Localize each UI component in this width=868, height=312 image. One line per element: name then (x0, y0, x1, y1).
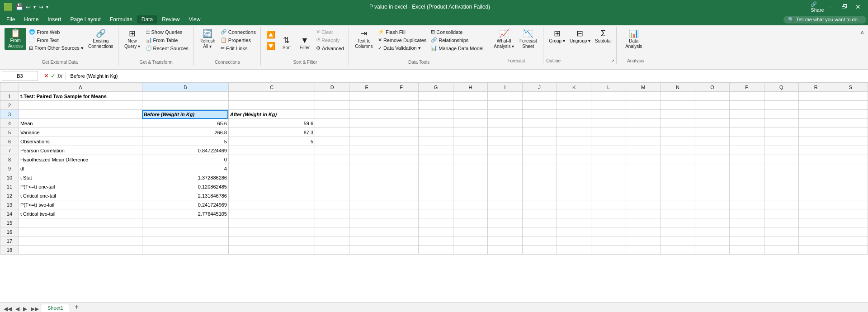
cell-S11[interactable] (833, 182, 868, 191)
cell-B12[interactable]: 2.131846786 (142, 191, 228, 200)
group-button[interactable]: ⊞ Group ▾ (547, 28, 567, 45)
cell-G11[interactable] (419, 182, 453, 191)
cell-O3[interactable] (695, 110, 729, 119)
cell-H18[interactable] (453, 246, 487, 255)
menu-page-layout[interactable]: Page Layout (66, 15, 105, 24)
cell-P8[interactable] (730, 155, 764, 164)
cell-F8[interactable] (384, 155, 418, 164)
data-analysis-button[interactable]: 📊 DataAnalysis (620, 28, 647, 50)
cell-J16[interactable] (522, 227, 557, 236)
cell-N8[interactable] (660, 155, 695, 164)
cell-G16[interactable] (419, 227, 453, 236)
col-header-G[interactable]: G (419, 83, 453, 92)
cell-H11[interactable] (453, 182, 487, 191)
cell-M17[interactable] (626, 236, 660, 246)
col-header-B[interactable]: B (142, 83, 228, 92)
cell-Q7[interactable] (764, 146, 798, 155)
cell-O7[interactable] (695, 146, 729, 155)
row-header-4[interactable]: 4 (0, 119, 19, 128)
sheet-nav-next[interactable]: ▶ (21, 306, 29, 312)
cell-M5[interactable] (626, 128, 660, 137)
cell-H10[interactable] (453, 173, 487, 182)
cell-M16[interactable] (626, 227, 660, 236)
cell-M2[interactable] (626, 101, 660, 110)
row-header-1[interactable]: 1 (0, 92, 19, 101)
cell-O12[interactable] (695, 191, 729, 200)
advanced-button[interactable]: ⚙ Advanced (314, 44, 346, 52)
cell-D2[interactable] (315, 101, 349, 110)
cell-L4[interactable] (591, 119, 626, 128)
cell-C8[interactable] (228, 155, 315, 164)
cell-K13[interactable] (557, 200, 591, 209)
row-header-6[interactable]: 6 (0, 137, 19, 146)
cell-S6[interactable] (833, 137, 868, 146)
cell-L15[interactable] (591, 218, 626, 227)
cell-J11[interactable] (522, 182, 557, 191)
cell-I17[interactable] (488, 236, 522, 246)
row-header-16[interactable]: 16 (0, 227, 19, 236)
cell-E17[interactable] (349, 236, 384, 246)
cell-D9[interactable] (315, 164, 349, 173)
cell-K2[interactable] (557, 101, 591, 110)
text-to-columns-button[interactable]: ⇥ Text toColumns (353, 28, 375, 50)
cell-A17[interactable] (19, 236, 142, 246)
add-sheet-button[interactable]: + (71, 302, 82, 312)
cell-B14[interactable]: 2.776445105 (142, 209, 228, 218)
cell-I15[interactable] (488, 218, 522, 227)
cell-S8[interactable] (833, 155, 868, 164)
menu-formulas[interactable]: Formulas (105, 15, 137, 24)
cell-B16[interactable] (142, 227, 228, 236)
cell-A6[interactable]: Observations (19, 137, 142, 146)
cell-G10[interactable] (419, 173, 453, 182)
cell-E9[interactable] (349, 164, 384, 173)
cell-Q17[interactable] (764, 236, 798, 246)
cell-E6[interactable] (349, 137, 384, 146)
cell-B8[interactable]: 0 (142, 155, 228, 164)
recent-sources-button[interactable]: 🕐 Recent Sources (144, 44, 190, 52)
cell-C14[interactable] (228, 209, 315, 218)
cell-M1[interactable] (626, 92, 660, 101)
cell-N16[interactable] (660, 227, 695, 236)
row-header-15[interactable]: 15 (0, 218, 19, 227)
cell-F6[interactable] (384, 137, 418, 146)
cell-R9[interactable] (798, 164, 833, 173)
remove-duplicates-button[interactable]: ✕ Remove Duplicates (376, 36, 428, 44)
reapply-button[interactable]: ↺ Reapply (314, 36, 346, 44)
cell-R15[interactable] (798, 218, 833, 227)
cell-N4[interactable] (660, 119, 695, 128)
cell-G8[interactable] (419, 155, 453, 164)
new-query-button[interactable]: ⊞ NewQuery ▾ (122, 28, 143, 50)
cell-M10[interactable] (626, 173, 660, 182)
cell-M12[interactable] (626, 191, 660, 200)
col-header-F[interactable]: F (384, 83, 418, 92)
cell-P6[interactable] (730, 137, 764, 146)
cell-S16[interactable] (833, 227, 868, 236)
cell-I14[interactable] (488, 209, 522, 218)
cell-P3[interactable] (730, 110, 764, 119)
subtotal-button[interactable]: Σ Subtotal (593, 28, 613, 45)
cell-D14[interactable] (315, 209, 349, 218)
cell-F10[interactable] (384, 173, 418, 182)
cell-reference-box[interactable]: B3 (2, 71, 38, 81)
cell-A4[interactable]: Mean (19, 119, 142, 128)
cell-Q12[interactable] (764, 191, 798, 200)
cell-Q1[interactable] (764, 92, 798, 101)
cell-B1[interactable] (142, 92, 228, 101)
cell-B15[interactable] (142, 218, 228, 227)
cell-S10[interactable] (833, 173, 868, 182)
existing-connections-button[interactable]: 🔗 ExistingConnections (86, 28, 115, 50)
edit-links-button[interactable]: ✏ Edit Links (219, 44, 258, 52)
cell-P18[interactable] (730, 246, 764, 255)
cell-C9[interactable] (228, 164, 315, 173)
cell-O17[interactable] (695, 236, 729, 246)
cell-F16[interactable] (384, 227, 418, 236)
cell-K4[interactable] (557, 119, 591, 128)
cell-J1[interactable] (522, 92, 557, 101)
sheet-nav-right[interactable]: ▶▶ (29, 306, 41, 312)
cell-J17[interactable] (522, 236, 557, 246)
cell-I13[interactable] (488, 200, 522, 209)
cell-M9[interactable] (626, 164, 660, 173)
cell-F18[interactable] (384, 246, 418, 255)
cell-D17[interactable] (315, 236, 349, 246)
row-header-3[interactable]: 3 (0, 110, 19, 119)
